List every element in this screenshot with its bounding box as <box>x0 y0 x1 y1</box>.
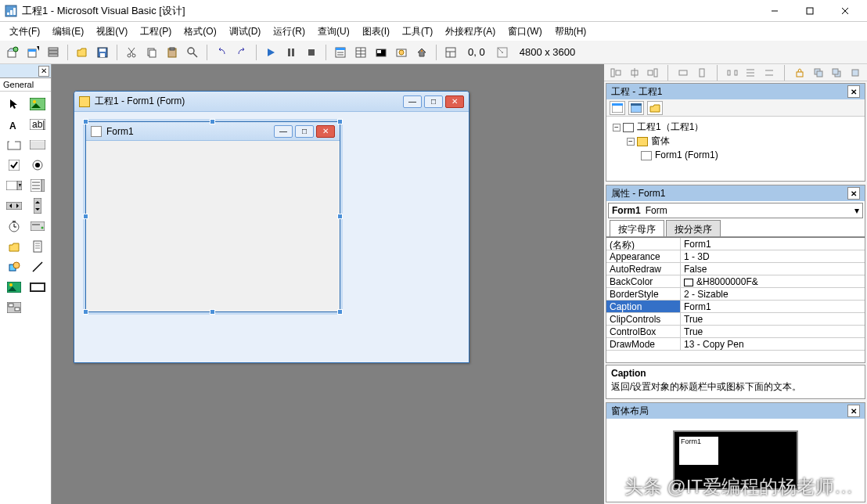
property-row[interactable]: ControlBoxTrue <box>606 326 865 338</box>
project-explorer-button[interactable] <box>331 43 350 62</box>
tool-listbox[interactable] <box>27 176 49 195</box>
resize-handle[interactable] <box>83 119 88 124</box>
resize-handle[interactable] <box>210 119 215 124</box>
menu-view[interactable]: 视图(V) <box>90 23 134 41</box>
property-row[interactable]: DrawMode13 - Copy Pen <box>606 338 865 351</box>
property-row[interactable]: CaptionForm1 <box>606 301 865 313</box>
vspace2-icon[interactable] <box>762 66 776 80</box>
menu-editor-button[interactable] <box>44 43 63 62</box>
align-center-icon[interactable] <box>628 66 642 80</box>
tool-timer[interactable] <box>3 217 25 236</box>
tab-alphabetic[interactable]: 按字母序 <box>610 220 664 236</box>
tool-combobox[interactable] <box>3 176 25 195</box>
align-right-icon[interactable] <box>646 66 660 80</box>
resize-handle[interactable] <box>83 309 88 315</box>
tool-frame[interactable] <box>3 135 25 154</box>
menu-project[interactable]: 工程(P) <box>134 23 178 41</box>
order3-icon[interactable] <box>848 66 862 80</box>
expander-icon[interactable]: − <box>613 124 621 131</box>
start-button[interactable] <box>261 43 280 62</box>
layout-panel-close[interactable]: ✕ <box>847 405 860 417</box>
form-designer-window[interactable]: 工程1 - Form1 (Form) — □ ✕ Form1 — □ ✕ <box>74 91 469 363</box>
form-maximize-button[interactable]: □ <box>295 125 314 138</box>
menu-file[interactable]: 文件(F) <box>3 23 46 41</box>
form-canvas[interactable]: Form1 — □ ✕ <box>85 121 340 312</box>
project-panel-close[interactable]: ✕ <box>847 85 860 98</box>
properties-object-selector[interactable]: Form1 Form ▾ <box>608 203 863 218</box>
designer-close-button[interactable]: ✕ <box>445 95 464 108</box>
project-tree[interactable]: −工程1（工程1） −窗体 Form1 (Form1) <box>606 117 865 181</box>
resize-handle[interactable] <box>337 309 343 315</box>
tool-ole[interactable] <box>3 298 25 317</box>
tool-drivelistbox[interactable] <box>27 217 49 236</box>
redo-button[interactable] <box>232 43 251 62</box>
tool-dirlistbox[interactable] <box>3 237 25 256</box>
menu-edit[interactable]: 编辑(E) <box>46 23 90 41</box>
tool-picturebox[interactable] <box>27 95 49 113</box>
paste-button[interactable] <box>163 43 182 62</box>
form-minimize-button[interactable]: — <box>274 125 293 138</box>
property-row[interactable]: BorderStyle2 - Sizable <box>606 288 865 301</box>
lock-icon[interactable] <box>793 66 807 80</box>
height-icon[interactable] <box>695 66 709 80</box>
width-icon[interactable] <box>676 66 690 80</box>
tree-form[interactable]: Form1 (Form1) <box>655 149 718 160</box>
cut-button[interactable] <box>122 43 141 62</box>
tool-pointer[interactable] <box>3 95 25 113</box>
order-icon[interactable] <box>811 66 826 80</box>
menu-diagram[interactable]: 图表(I) <box>356 23 396 41</box>
tree-project[interactable]: 工程1（工程1） <box>637 121 703 132</box>
resize-handle[interactable] <box>337 119 343 124</box>
designer-maximize-button[interactable]: □ <box>424 95 443 108</box>
tool-checkbox[interactable] <box>3 156 25 175</box>
properties-panel-close[interactable]: ✕ <box>847 187 860 200</box>
data-view-button[interactable] <box>441 43 460 62</box>
dropdown-icon[interactable]: ▾ <box>854 205 859 216</box>
menu-query[interactable]: 查询(U) <box>311 23 356 41</box>
resize-handle[interactable] <box>337 214 343 219</box>
design-grid[interactable] <box>86 141 340 311</box>
menu-help[interactable]: 帮助(H) <box>549 23 593 41</box>
properties-grid[interactable]: (名称)Form1Appearance1 - 3DAutoRedrawFalse… <box>606 237 865 362</box>
maximize-button[interactable] <box>792 0 827 22</box>
undo-button[interactable] <box>212 43 231 62</box>
properties-window-button[interactable] <box>351 43 370 62</box>
tab-categorized[interactable]: 按分类序 <box>666 220 721 236</box>
menu-tools[interactable]: 工具(T) <box>396 23 439 41</box>
add-project-button[interactable] <box>3 43 22 62</box>
layout-screen[interactable]: Form1 <box>673 430 798 490</box>
tool-label[interactable]: A <box>3 115 25 134</box>
property-row[interactable]: (名称)Form1 <box>606 238 865 250</box>
tool-commandbutton[interactable] <box>27 135 49 154</box>
order2-icon[interactable] <box>829 66 844 80</box>
view-object-button[interactable] <box>628 101 644 115</box>
menu-format[interactable]: 格式(O) <box>178 23 222 41</box>
property-row[interactable]: Appearance1 - 3D <box>606 250 865 263</box>
hspace-icon[interactable] <box>725 66 739 80</box>
vspace-icon[interactable] <box>743 66 757 80</box>
toolbox-tab-general[interactable]: General <box>0 78 51 92</box>
save-button[interactable] <box>93 43 112 62</box>
tool-textbox[interactable]: ab| <box>27 115 49 134</box>
close-button[interactable] <box>827 0 862 22</box>
menu-run[interactable]: 运行(R) <box>267 23 311 41</box>
tool-filelistbox[interactable] <box>27 237 49 256</box>
property-row[interactable]: BackColor&H8000000F& <box>606 275 865 288</box>
property-row[interactable]: ClipControlsTrue <box>606 313 865 326</box>
view-code-button[interactable] <box>610 101 625 115</box>
break-button[interactable] <box>282 43 300 62</box>
object-browser-button[interactable] <box>392 43 411 62</box>
expander-icon[interactable]: − <box>627 138 635 146</box>
tool-hscrollbar[interactable] <box>3 196 25 215</box>
form-close-button[interactable]: ✕ <box>316 125 335 138</box>
open-button[interactable] <box>73 43 92 62</box>
tool-vscrollbar[interactable] <box>27 196 49 215</box>
tool-image[interactable] <box>3 278 25 297</box>
designer-minimize-button[interactable]: — <box>403 95 422 108</box>
minimize-button[interactable] <box>757 0 792 22</box>
resize-handle[interactable] <box>210 309 215 315</box>
tool-optionbutton[interactable] <box>27 156 49 175</box>
toolbox-button[interactable] <box>412 43 431 62</box>
tool-data[interactable] <box>27 278 49 297</box>
copy-button[interactable] <box>142 43 161 62</box>
